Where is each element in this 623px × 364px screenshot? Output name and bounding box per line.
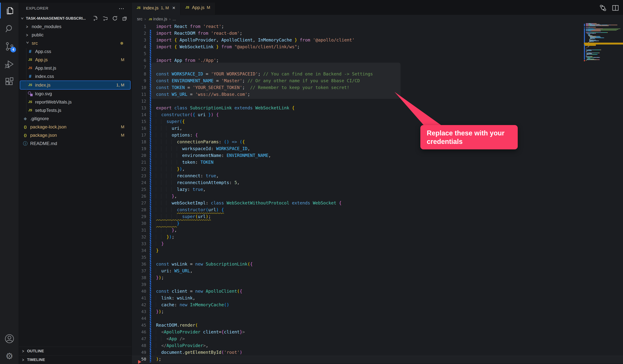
line-number[interactable]: 10 [132,85,146,90]
code-line[interactable]: 24 reconnectionAttempts: 5, [132,179,623,186]
tree-item-reportwebvitals-js[interactable]: JSreportWebVitals.js [19,98,132,106]
split-editor-icon[interactable] [611,4,620,12]
line-number[interactable]: 49 [132,350,146,355]
code-line[interactable]: 43}); [132,308,623,315]
code-line[interactable]: 33 } [132,240,623,247]
code-line[interactable]: 12 [132,98,623,105]
line-number[interactable]: 1 [132,24,146,29]
line-number[interactable]: 26 [132,194,146,199]
line-number[interactable]: 5 [132,51,146,56]
line-number[interactable]: 35 [132,255,146,260]
line-number[interactable]: 39 [132,282,146,287]
code-line[interactable]: 30 } [132,220,623,227]
account-icon[interactable] [0,330,19,347]
line-number[interactable]: 27 [132,201,146,205]
line-number[interactable]: 28 [132,208,146,212]
line-number[interactable]: 2 [132,31,146,36]
code-line[interactable]: 46 <ApolloProvider client={client}> [132,329,623,335]
line-number[interactable]: 22 [132,167,146,171]
minimap[interactable] [584,23,623,63]
line-number[interactable]: 43 [132,309,146,314]
code-line[interactable]: 47 <App /> [132,335,623,342]
line-number[interactable]: 13 [132,106,146,110]
line-number[interactable]: 32 [132,235,146,239]
line-number[interactable]: 14 [132,112,146,117]
project-section-header[interactable]: > TASK-MANAGEMENT-SUBSCRI... [19,14,132,22]
run-debug-icon[interactable] [0,55,19,73]
tree-item--gitignore[interactable]: ◆.gitignore [19,114,132,123]
code-line[interactable]: 5 [132,50,623,57]
code-line[interactable]: 3import { ApolloProvider, ApolloClient, … [132,37,623,43]
new-folder-icon[interactable] [102,15,109,22]
line-number[interactable]: 34 [132,248,146,253]
code-line[interactable]: 36const wsLink = new SubscriptionLink({ [132,261,623,267]
code-line[interactable]: 21 token: TOKEN [132,159,623,166]
code-line[interactable]: 28 constructor(url) { [132,206,623,213]
code-line[interactable]: 38}); [132,274,623,281]
code-line[interactable]: 22 }), [132,166,623,172]
tree-item-src[interactable]: >src [19,39,132,47]
line-number[interactable]: 12 [132,99,146,104]
code-line[interactable]: 17 options: { [132,132,623,138]
code-line[interactable]: 31 }, [132,227,623,234]
code-line[interactable]: 29 super(url); [132,213,623,220]
breadcrumb-item[interactable]: index.js [153,17,167,21]
code-line[interactable]: 50); [132,356,623,363]
tree-item-package-lock-json[interactable]: {}package-lock.jsonM [19,123,132,131]
code-line[interactable]: 25 lazy: true, [132,186,623,193]
line-number[interactable]: 30 [132,221,146,226]
line-number[interactable]: 23 [132,173,146,178]
code-line[interactable]: 13export class SubscriptionLink extends … [132,105,623,111]
tree-item-app-css[interactable]: #App.css [19,47,132,56]
code-line[interactable]: 37 uri: WS_URL, [132,267,623,274]
line-number[interactable]: 31 [132,228,146,233]
line-number[interactable]: 15 [132,119,146,124]
line-number[interactable]: 8 [132,72,146,76]
refresh-icon[interactable] [111,15,118,22]
new-file-icon[interactable] [92,15,99,22]
code-line[interactable]: 23 reconnect: true, [132,172,623,179]
code-line[interactable]: 2import ReactDOM from 'react-dom'; [132,30,623,37]
line-number[interactable]: 44 [132,316,146,321]
code-line[interactable]: 15 super({ [132,118,623,125]
code-line[interactable]: 10const TOKEN = 'YOUR_SECRET_TOKEN'; // … [132,84,623,91]
code-line[interactable]: 48 </ApolloProvider>, [132,342,623,349]
breadcrumb-item[interactable]: src [137,17,142,21]
line-number[interactable]: 38 [132,275,146,280]
tree-item-app-js[interactable]: JSApp.jsM [19,56,132,64]
line-number[interactable]: 29 [132,214,146,219]
code-line[interactable]: 44 [132,315,623,322]
outline-panel-header[interactable]: > OUTLINE [19,347,132,355]
timeline-panel-header[interactable]: > TIMELINE [19,355,132,364]
code-line[interactable]: 27 webSocketImpl: class WebSocketWithout… [132,199,623,206]
code-line[interactable]: 16 uri, [132,125,623,132]
code-line[interactable]: 19 workspaceId: WORKSPACE_ID, [132,145,623,152]
line-number[interactable]: 37 [132,269,146,273]
code-line[interactable]: 40const client = new ApolloClient({ [132,288,623,295]
search-icon[interactable] [0,20,19,37]
open-changes-icon[interactable] [599,4,607,12]
tree-item-node-modules[interactable]: >node_modules [19,22,132,31]
line-number[interactable]: 47 [132,337,146,341]
collapse-folders-icon[interactable] [121,15,128,22]
line-number[interactable]: 48 [132,343,146,348]
code-line[interactable]: 32 }); [132,234,623,240]
code-line[interactable]: 11const WS_URL = 'wss://ws.8base.com'; [132,91,623,98]
line-number[interactable]: 3 [132,38,146,43]
tree-item-package-json[interactable]: {}package.jsonM [19,131,132,139]
tree-item-index-css[interactable]: #index.css [19,72,132,81]
settings-gear-icon[interactable]: ⚙ [0,347,19,364]
line-number[interactable]: 11 [132,92,146,97]
line-number[interactable]: 33 [132,241,146,246]
line-number[interactable]: 24 [132,180,146,185]
line-number[interactable]: 4 [132,44,146,49]
line-number[interactable]: 9 [132,78,146,83]
line-number[interactable]: 19 [132,146,146,151]
code-editor[interactable]: 1import React from 'react';2import React… [132,23,623,364]
code-line[interactable]: 9const ENVIRONMENT_NAME = 'Master'; // O… [132,77,623,84]
explorer-icon[interactable] [0,2,19,20]
tree-item-public[interactable]: >public [19,31,132,39]
line-number[interactable]: 6 [132,58,146,63]
views-more-actions-icon[interactable]: ⋯ [119,5,125,12]
code-line[interactable]: 14 constructor({ uri }) { [132,111,623,118]
